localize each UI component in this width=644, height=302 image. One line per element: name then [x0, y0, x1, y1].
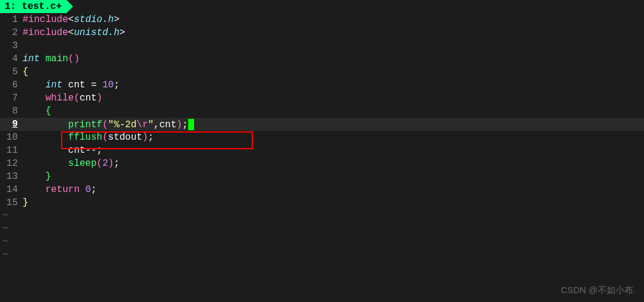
line-content[interactable]: {	[23, 106, 51, 117]
code-line[interactable]: 3	[0, 39, 644, 52]
code-line[interactable]: 14 return 0;	[0, 183, 644, 196]
line-number: 8	[0, 106, 23, 117]
line-number: 6	[0, 80, 23, 90]
line-number: 3	[0, 40, 23, 51]
line-number: 14	[0, 184, 23, 195]
line-content[interactable]: }	[23, 197, 28, 208]
code-line[interactable]: 4int main()	[0, 52, 644, 65]
line-content[interactable]: printf("%-2d\r",cnt);	[23, 119, 194, 130]
line-number: 12	[0, 158, 23, 169]
code-line[interactable]: 10 fflush(stdout);	[0, 131, 644, 144]
line-content[interactable]: {	[23, 67, 28, 77]
line-number: 10	[0, 132, 23, 143]
code-line[interactable]: 13 }	[0, 170, 644, 183]
line-number: 13	[0, 171, 23, 182]
watermark: CSDN @不如小布.	[561, 285, 636, 296]
line-content[interactable]: #include<unistd.h>	[23, 27, 125, 38]
empty-line-marker: ~	[2, 222, 644, 235]
line-number: 11	[0, 145, 23, 156]
line-content[interactable]: }	[23, 171, 51, 182]
code-line[interactable]: 2#include<unistd.h>	[0, 26, 644, 39]
line-number: 7	[0, 93, 23, 103]
empty-lines: ~~~~	[0, 209, 644, 262]
line-number: 9	[0, 119, 23, 130]
code-line[interactable]: 12 sleep(2);	[0, 157, 644, 170]
code-line[interactable]: 8 {	[0, 105, 644, 118]
code-line[interactable]: 6 int cnt = 10;	[0, 78, 644, 92]
cursor	[188, 119, 194, 130]
line-content[interactable]: #include<stdio.h>	[23, 14, 119, 25]
code-line[interactable]: 5{	[0, 65, 644, 78]
code-editor[interactable]: 1#include<stdio.h>2#include<unistd.h>34i…	[0, 13, 644, 209]
line-number: 5	[0, 67, 23, 77]
line-content[interactable]: int cnt = 10;	[23, 80, 119, 90]
empty-line-marker: ~	[2, 235, 644, 248]
line-content[interactable]: cnt--;	[23, 145, 102, 156]
code-line[interactable]: 15}	[0, 196, 644, 209]
line-content[interactable]: return 0;	[23, 184, 97, 195]
code-line[interactable]: 9 printf("%-2d\r",cnt);	[0, 118, 644, 131]
code-line[interactable]: 7 while(cnt)	[0, 92, 644, 105]
line-content[interactable]: fflush(stdout);	[23, 132, 154, 143]
code-line[interactable]: 11 cnt--;	[0, 144, 644, 157]
line-content[interactable]: while(cnt)	[23, 93, 102, 103]
line-number: 2	[0, 27, 23, 38]
tab-bar: 1: test.c+	[0, 0, 644, 13]
line-number: 4	[0, 54, 23, 64]
empty-line-marker: ~	[2, 248, 644, 262]
tab-file[interactable]: 1: test.c+	[0, 0, 66, 13]
line-number: 15	[0, 197, 23, 208]
line-number: 1	[0, 14, 23, 25]
code-line[interactable]: 1#include<stdio.h>	[0, 13, 644, 26]
line-content[interactable]: sleep(2);	[23, 158, 119, 169]
line-content[interactable]: int main()	[23, 54, 80, 64]
empty-line-marker: ~	[2, 209, 644, 222]
